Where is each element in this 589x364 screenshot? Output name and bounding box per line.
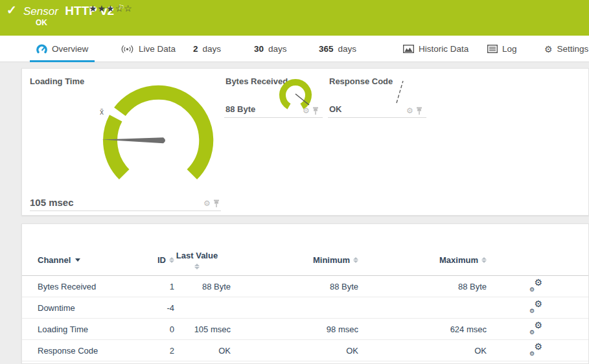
divider [30,210,221,211]
sorted-desc-icon [75,258,80,262]
divider [328,117,426,118]
gear-icon[interactable]: ⚙ [406,106,413,115]
tab-label: Settings [557,44,589,54]
gear-icon[interactable]: ⚙ [303,106,310,115]
tab-number: 30 [254,44,264,54]
channel-last-value: OK [174,346,231,356]
column-header-channel[interactable]: Channel [38,255,135,265]
sensor-kind-label: Sensor [23,5,58,17]
channel-settings-icon[interactable]: ⚙⚙ [528,301,544,313]
tab-live-data[interactable]: Live Data [114,36,182,62]
channel-maximum: 624 msec [358,324,487,334]
channel-last-value: 88 Byte [174,282,231,291]
tab-label: Overview [52,44,88,54]
channel-id: 2 [135,346,174,356]
gauge-needle [397,81,403,103]
channel-id: -4 [135,303,174,313]
gear-icon: ⚙ [544,44,553,54]
channel-settings-icon[interactable]: ⚙⚙ [528,279,544,292]
response-code-gauge [388,77,415,108]
tab-settings[interactable]: ⚙ Settings [538,36,589,62]
channel-name: Bytes Received [38,282,135,291]
tab-log[interactable]: Log [481,36,524,62]
pin-icon[interactable] [213,199,220,208]
table-header-row: Channel ID Last Value Minimum Maximum [22,245,588,276]
gauges-panel: Loading Time x̄ 0 msec 624 msec 105 msec… [21,68,589,216]
channel-name: Response Code [38,346,135,356]
sensor-status-header: ✓ Sensor HTTP v2 ⚐ ★★★☆☆ OK [0,0,589,36]
channels-panel: Channel ID Last Value Minimum Maximum By… [21,223,589,364]
response-code-value: OK [329,104,342,114]
sort-icon [194,264,200,269]
tab-number: 365 [319,44,334,54]
sort-icon [169,257,174,263]
gauge-icon [36,44,47,54]
channel-name: Loading Time [38,324,135,334]
loading-time-gauge-actions: ⚙ [203,199,220,208]
tab-365-days[interactable]: 365 days [312,36,363,62]
channel-maximum: OK [358,346,487,356]
prtg-sensor-page: ✓ Sensor HTTP v2 ⚐ ★★★☆☆ OK Overview Liv… [0,0,589,364]
column-header-maximum[interactable]: Maximum [439,255,487,265]
channel-maximum: 88 Byte [358,282,487,291]
channel-name: Downtime [38,303,135,313]
response-code-gauge-actions: ⚙ [406,106,422,115]
channel-minimum: OK [231,346,358,356]
table-row: Loading Time 0 105 msec 98 msec 624 msec… [22,319,588,340]
chart-image-icon [403,45,414,53]
loading-time-gauge: x̄ [98,77,222,198]
channel-minimum: 88 Byte [231,282,358,291]
channel-last-value: 105 msec [174,324,231,334]
column-header-id[interactable]: ID [157,255,174,265]
channel-id: 0 [135,324,174,334]
mean-marker: x̄ [100,108,104,117]
tab-30-days[interactable]: 30 days [248,36,294,62]
log-list-icon [487,45,498,53]
table-row: Downtime -4 ⚙⚙ [22,297,588,319]
tab-label: Historic Data [419,44,468,54]
tab-overview[interactable]: Overview [30,36,95,62]
status-check-icon: ✓ [6,3,17,17]
channels-table: Channel ID Last Value Minimum Maximum By… [22,245,588,361]
channel-settings-icon[interactable]: ⚙⚙ [528,322,544,335]
pin-icon[interactable] [416,107,422,115]
priority-stars[interactable]: ★★★☆☆ [89,3,133,14]
tab-2-days[interactable]: 2 days [187,36,227,62]
broadcast-icon [121,45,134,54]
tab-label: Live Data [139,44,176,54]
bytes-received-value: 88 Byte [225,104,255,114]
column-header-minimum[interactable]: Minimum [313,255,358,265]
channel-id: 1 [135,282,174,291]
gear-icon[interactable]: ⚙ [203,199,211,208]
channel-settings-icon[interactable]: ⚙⚙ [528,343,544,356]
column-header-last-value[interactable]: Last Value [174,251,220,269]
table-row: Response Code 2 OK OK OK ⚙⚙ [22,340,588,361]
bytes-received-gauge-actions: ⚙ [303,106,319,115]
response-code-gauge-title: Response Code [329,76,393,86]
tab-number: 2 [193,44,198,54]
sort-icon [481,257,487,263]
sensor-status-text: OK [36,18,47,27]
loading-time-value: 105 msec [30,197,74,208]
divider [224,117,323,118]
loading-time-gauge-title: Loading Time [30,76,84,86]
tab-label: Log [502,44,517,54]
tab-label: days [203,44,222,54]
pin-icon[interactable] [312,107,319,115]
tab-historic-data[interactable]: Historic Data [397,36,475,62]
table-row: Bytes Received 1 88 Byte 88 Byte 88 Byte… [22,276,588,297]
channel-minimum: 98 msec [231,324,358,334]
tab-label: days [268,44,287,54]
tab-bar: Overview Live Data 2 days 30 days 365 da… [0,36,589,62]
tab-label: days [338,44,357,54]
sort-icon [353,257,358,263]
